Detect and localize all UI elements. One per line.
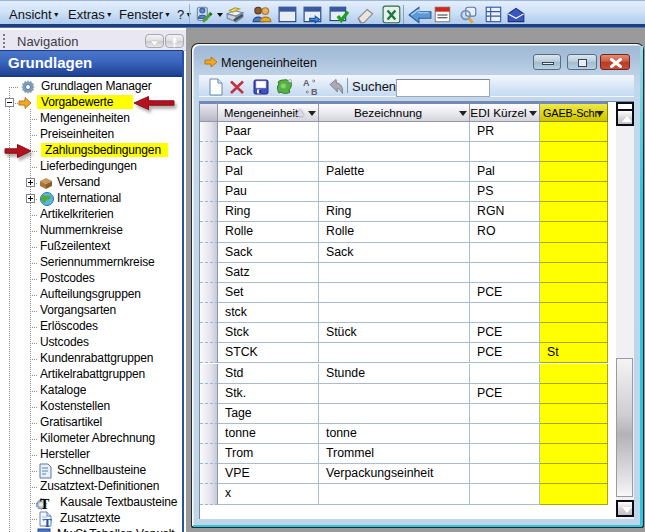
svg-text:A: A [303,78,310,88]
svg-text:T: T [40,496,50,511]
svg-text:B: B [311,87,318,96]
svg-text:T: T [43,514,52,527]
